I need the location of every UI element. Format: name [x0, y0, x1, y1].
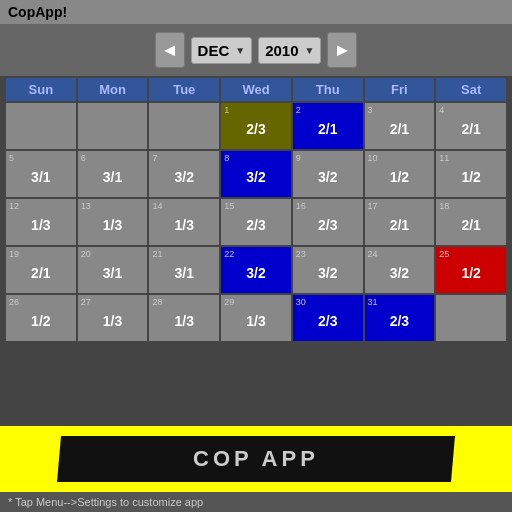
day-number: 13	[81, 201, 91, 211]
calendar-cell[interactable]: 182/1	[436, 199, 506, 245]
calendar-cell[interactable]: 213/1	[149, 247, 219, 293]
day-number: 9	[296, 153, 301, 163]
day-number: 31	[368, 297, 378, 307]
day-number: 20	[81, 249, 91, 259]
day-number: 19	[9, 249, 19, 259]
calendar-cell[interactable]: 243/2	[365, 247, 435, 293]
shift-label: 2/3	[246, 217, 265, 233]
month-label: DEC	[198, 42, 230, 59]
day-number: 30	[296, 297, 306, 307]
calendar-cell[interactable]: 101/2	[365, 151, 435, 197]
shift-label: 2/1	[318, 121, 337, 137]
calendar-cell[interactable]: 111/2	[436, 151, 506, 197]
shift-label: 3/2	[318, 265, 337, 281]
day-number: 28	[152, 297, 162, 307]
month-dropdown-arrow: ▼	[235, 45, 245, 56]
day-number: 18	[439, 201, 449, 211]
cop-app-banner[interactable]: COP APP	[0, 426, 512, 492]
day-number: 26	[9, 297, 19, 307]
day-number: 23	[296, 249, 306, 259]
app-title: CopApp!	[8, 4, 67, 20]
calendar-cell[interactable]: 162/3	[293, 199, 363, 245]
calendar-cell[interactable]: 291/3	[221, 295, 291, 341]
day-number: 25	[439, 249, 449, 259]
shift-label: 1/3	[103, 217, 122, 233]
next-month-button[interactable]: ►	[327, 32, 357, 68]
calendar-cell[interactable]: 233/2	[293, 247, 363, 293]
calendar-cell[interactable]: 251/2	[436, 247, 506, 293]
year-label: 2010	[265, 42, 298, 59]
shift-label: 2/3	[318, 217, 337, 233]
calendar-cell	[149, 103, 219, 149]
footer: * Tap Menu-->Settings to customize app	[0, 492, 512, 512]
calendar-cell[interactable]: 131/3	[78, 199, 148, 245]
shift-label: 2/1	[461, 121, 480, 137]
calendar-grid: 12/322/132/142/153/163/173/283/293/2101/…	[6, 103, 506, 341]
calendar-day-header: Thu	[293, 78, 363, 101]
day-number: 1	[224, 105, 229, 115]
calendar-cell[interactable]: 12/3	[221, 103, 291, 149]
day-number: 4	[439, 105, 444, 115]
calendar-cell	[436, 295, 506, 341]
day-number: 2	[296, 105, 301, 115]
title-bar: CopApp!	[0, 0, 512, 24]
calendar-cell[interactable]: 32/1	[365, 103, 435, 149]
calendar-cell[interactable]: 302/3	[293, 295, 363, 341]
calendar-cell[interactable]: 93/2	[293, 151, 363, 197]
shift-label: 3/1	[103, 265, 122, 281]
calendar-cell[interactable]: 141/3	[149, 199, 219, 245]
calendar-cell[interactable]: 271/3	[78, 295, 148, 341]
day-number: 12	[9, 201, 19, 211]
calendar-day-header: Mon	[78, 78, 148, 101]
shift-label: 1/3	[175, 313, 194, 329]
month-select[interactable]: DEC ▼	[191, 37, 253, 64]
calendar-container: SunMonTueWedThuFriSat 12/322/132/142/153…	[0, 76, 512, 426]
shift-label: 3/1	[175, 265, 194, 281]
calendar-cell[interactable]: 42/1	[436, 103, 506, 149]
shift-label: 2/3	[246, 121, 265, 137]
calendar-day-header: Sat	[436, 78, 506, 101]
day-number: 17	[368, 201, 378, 211]
calendar-cell[interactable]: 172/1	[365, 199, 435, 245]
shift-label: 3/1	[31, 169, 50, 185]
day-number: 6	[81, 153, 86, 163]
day-number: 24	[368, 249, 378, 259]
day-number: 16	[296, 201, 306, 211]
calendar-cell	[78, 103, 148, 149]
calendar-cell[interactable]: 22/1	[293, 103, 363, 149]
shift-label: 3/1	[103, 169, 122, 185]
shift-label: 2/1	[31, 265, 50, 281]
calendar-cell[interactable]: 53/1	[6, 151, 76, 197]
calendar-cell[interactable]: 152/3	[221, 199, 291, 245]
footer-text: * Tap Menu-->Settings to customize app	[8, 496, 203, 508]
prev-month-button[interactable]: ◄	[155, 32, 185, 68]
day-number: 11	[439, 153, 449, 163]
year-dropdown-arrow: ▼	[305, 45, 315, 56]
shift-label: 3/2	[390, 265, 409, 281]
shift-label: 2/1	[461, 217, 480, 233]
nav-bar: ◄ DEC ▼ 2010 ▼ ►	[0, 24, 512, 76]
calendar-cell[interactable]: 281/3	[149, 295, 219, 341]
calendar-cell[interactable]: 261/2	[6, 295, 76, 341]
calendar-cell[interactable]: 73/2	[149, 151, 219, 197]
shift-label: 1/2	[461, 265, 480, 281]
calendar-cell[interactable]: 312/3	[365, 295, 435, 341]
calendar-cell[interactable]: 83/2	[221, 151, 291, 197]
calendar-cell[interactable]: 223/2	[221, 247, 291, 293]
shift-label: 1/2	[31, 313, 50, 329]
year-select[interactable]: 2010 ▼	[258, 37, 321, 64]
calendar-header: SunMonTueWedThuFriSat	[6, 78, 506, 101]
calendar-cell	[6, 103, 76, 149]
app-container: CopApp! ◄ DEC ▼ 2010 ▼ ► SunMonTueWedThu…	[0, 0, 512, 512]
calendar-cell[interactable]: 63/1	[78, 151, 148, 197]
shift-label: 1/3	[31, 217, 50, 233]
shift-label: 2/3	[318, 313, 337, 329]
day-number: 21	[152, 249, 162, 259]
calendar-cell[interactable]: 121/3	[6, 199, 76, 245]
calendar-cell[interactable]: 192/1	[6, 247, 76, 293]
shift-label: 1/3	[246, 313, 265, 329]
shift-label: 3/2	[246, 169, 265, 185]
day-number: 7	[152, 153, 157, 163]
day-number: 15	[224, 201, 234, 211]
calendar-cell[interactable]: 203/1	[78, 247, 148, 293]
